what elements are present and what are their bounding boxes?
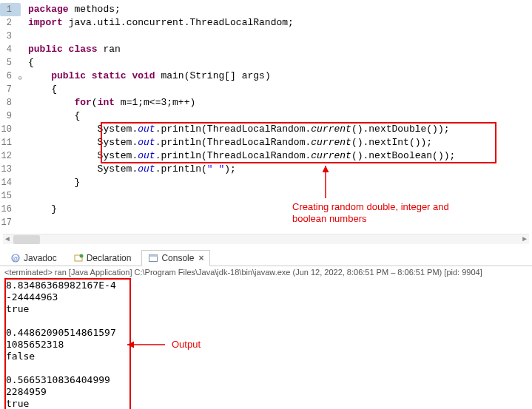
code-line[interactable]: 17 [0, 216, 532, 229]
console-line: true [6, 398, 116, 409]
line-number: 8 [0, 96, 21, 109]
line-number: 7 [0, 83, 21, 96]
code-text[interactable]: { [21, 56, 34, 70]
code-text[interactable]: } [21, 176, 80, 189]
annotation-arrow-output [124, 337, 169, 352]
tab-console[interactable]: Console × [141, 250, 210, 266]
console-line [6, 315, 116, 327]
code-line[interactable]: 1package methods; [0, 3, 532, 16]
code-line[interactable]: 8 for(int m=1;m<=3;m++) [0, 96, 532, 109]
code-line[interactable]: 9 { [0, 109, 532, 123]
console-line [6, 362, 116, 374]
code-text[interactable]: public static void main(String[] args) [21, 70, 271, 83]
line-number: 5 [0, 56, 21, 70]
code-line[interactable]: 5{ [0, 56, 532, 70]
console-line: 0.44862090514861597 [6, 327, 116, 339]
code-text[interactable]: } [21, 203, 57, 216]
horizontal-scrollbar[interactable]: ◄ ► [3, 234, 529, 244]
line-number: 3 [0, 30, 21, 43]
line-number: 2 [0, 16, 21, 30]
scroll-left-arrow[interactable]: ◄ [3, 235, 12, 243]
line-number: 6⊖ [0, 70, 21, 83]
console-line: false [6, 351, 116, 362]
line-number: 9 [0, 109, 21, 123]
code-line[interactable]: 7 { [0, 83, 532, 96]
svg-text:@: @ [13, 255, 18, 262]
code-line[interactable]: 16 } [0, 203, 532, 216]
tab-javadoc[interactable]: @ Javadoc [4, 251, 63, 266]
console-line: 1085652318 [6, 339, 116, 351]
code-text[interactable]: System.out.println(ThreadLocalRandom.cur… [21, 136, 432, 149]
line-number: 15 [0, 189, 21, 203]
code-line[interactable]: 4public class ran [0, 43, 532, 56]
scroll-right-arrow[interactable]: ► [520, 235, 529, 243]
run-info: <terminated> ran [Java Application] C:\P… [0, 266, 532, 278]
scroll-thumb[interactable] [13, 235, 40, 244]
svg-rect-6 [149, 255, 158, 257]
annotation-text-code: Creating random double, integer and bool… [292, 201, 449, 225]
code-line[interactable]: 15 [0, 189, 532, 203]
code-text[interactable]: { [21, 83, 57, 96]
console-line: true [6, 303, 116, 315]
line-number: 4 [0, 43, 21, 56]
code-line[interactable]: 10 System.out.println(ThreadLocalRandom.… [0, 123, 532, 136]
svg-point-4 [79, 254, 83, 257]
close-icon[interactable]: × [198, 253, 203, 263]
code-text[interactable]: System.out.println(" "); [21, 163, 236, 176]
line-number: 11 [0, 136, 21, 149]
annotation-arrow-code [318, 163, 348, 207]
code-line[interactable]: 6⊖ public static void main(String[] args… [0, 70, 532, 83]
line-number: 14 [0, 176, 21, 189]
annotation-text-output: Output [172, 339, 201, 350]
highlight-box-output: 8.83486368982167E-4-24444963true 0.44862… [4, 278, 131, 409]
javadoc-icon: @ [10, 253, 21, 263]
code-line[interactable]: 12 System.out.println(ThreadLocalRandom.… [0, 149, 532, 163]
code-text[interactable]: import java.util.concurrent.ThreadLocalR… [21, 16, 294, 30]
code-line[interactable]: 2import java.util.concurrent.ThreadLocal… [0, 16, 532, 30]
line-number: 16 [0, 203, 21, 216]
console-line: 8.83486368982167E-4 [6, 280, 116, 291]
tab-javadoc-label: Javadoc [24, 253, 57, 263]
bottom-tabs: @ Javadoc Declaration Console × [0, 247, 532, 266]
code-editor[interactable]: 1package methods;2import java.util.concu… [0, 0, 532, 232]
line-number: 10 [0, 123, 21, 136]
line-number: 12 [0, 149, 21, 163]
line-number: 1 [0, 3, 21, 16]
code-text[interactable]: public class ran [21, 43, 121, 56]
console-icon [148, 253, 158, 263]
console-line: -24444963 [6, 291, 116, 303]
console-line: 2284959 [6, 386, 116, 398]
line-number: 17 [0, 216, 21, 229]
declaration-icon [73, 253, 84, 263]
tab-declaration[interactable]: Declaration [67, 251, 138, 266]
code-text[interactable]: package methods; [21, 3, 121, 16]
code-text[interactable]: System.out.println(ThreadLocalRandom.cur… [21, 149, 455, 163]
tab-console-label: Console [161, 253, 194, 263]
console-line: 0.5665310836404999 [6, 374, 116, 386]
code-text[interactable]: for(int m=1;m<=3;m++) [21, 96, 195, 109]
code-text[interactable]: System.out.println(ThreadLocalRandom.cur… [21, 123, 450, 136]
code-line[interactable]: 13 System.out.println(" "); [0, 163, 532, 176]
console-pane[interactable]: 8.83486368982167E-4-24444963true 0.44862… [0, 278, 532, 409]
code-text[interactable]: { [21, 109, 80, 123]
code-line[interactable]: 3 [0, 30, 532, 43]
code-line[interactable]: 14 } [0, 176, 532, 189]
code-line[interactable]: 11 System.out.println(ThreadLocalRandom.… [0, 136, 532, 149]
tab-declaration-label: Declaration [87, 253, 132, 263]
line-number: 13 [0, 163, 21, 176]
